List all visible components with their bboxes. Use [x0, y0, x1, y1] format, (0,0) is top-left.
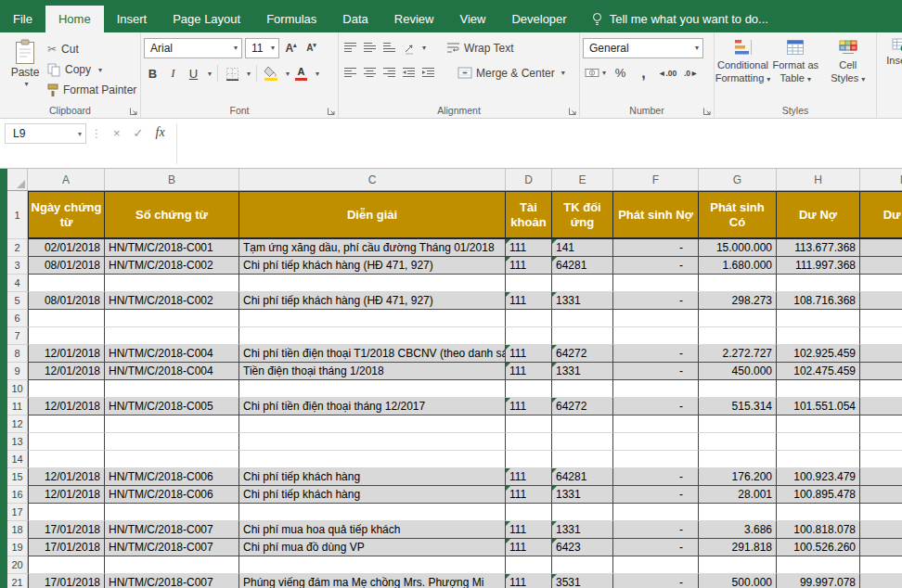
cell-D20[interactable]	[506, 556, 552, 574]
row-header-6[interactable]: 6	[7, 310, 28, 327]
name-box[interactable]: L9 ▾	[5, 123, 86, 144]
font-color-dropdown-icon[interactable]: ▾	[316, 70, 319, 78]
cell-E20[interactable]	[552, 556, 613, 574]
row-header-19[interactable]: 19	[7, 539, 28, 556]
cell-I17[interactable]	[860, 504, 902, 521]
cell-G21[interactable]: 500.000	[699, 574, 777, 588]
row-header-5[interactable]: 5	[7, 292, 28, 310]
cell-E21[interactable]: 3531	[552, 574, 613, 588]
formula-input[interactable]	[176, 123, 902, 164]
row-header-18[interactable]: 18	[7, 521, 28, 539]
cell-H9[interactable]: 102.475.459	[777, 363, 860, 380]
row-header-4[interactable]: 4	[7, 275, 28, 292]
cell-G11[interactable]: 515.314	[699, 398, 777, 415]
cell-G9[interactable]: 450.000	[699, 363, 777, 380]
tab-page-layout[interactable]: Page Layout	[160, 6, 253, 32]
cell-D12[interactable]	[506, 415, 552, 433]
cell-C7[interactable]	[239, 327, 506, 345]
cell-I13[interactable]	[860, 433, 902, 451]
font-size-combo[interactable]: 11 ▾	[245, 38, 279, 58]
cell-A10[interactable]	[28, 380, 105, 398]
cut-button[interactable]: ✂ Cut	[47, 40, 136, 58]
cell-F15[interactable]: -	[613, 468, 699, 486]
cell-I8[interactable]	[860, 345, 902, 363]
header-cell-date[interactable]: Ngày chứng từ	[28, 191, 105, 239]
bottom-align-button[interactable]	[380, 38, 398, 58]
cell-I15[interactable]	[860, 468, 902, 486]
cell-G18[interactable]: 3.686	[699, 521, 777, 539]
cell-A11[interactable]: 12/01/2018	[28, 398, 105, 415]
font-dialog-launcher[interactable]	[327, 107, 336, 116]
cell-E2[interactable]: 141	[552, 239, 613, 257]
column-header-i[interactable]: I	[860, 169, 902, 190]
cell-A4[interactable]	[28, 275, 105, 292]
cell-D8[interactable]: 111	[506, 345, 552, 363]
cell-F14[interactable]	[613, 451, 699, 468]
borders-dropdown-icon[interactable]: ▾	[247, 70, 251, 78]
cell-C13[interactable]	[239, 433, 506, 451]
cell-B13[interactable]	[105, 433, 239, 451]
cell-E4[interactable]	[552, 275, 613, 292]
alignment-dialog-launcher[interactable]	[568, 107, 577, 116]
cell-E16[interactable]: 1331	[552, 486, 613, 504]
cell-G14[interactable]	[699, 451, 777, 468]
cell-B10[interactable]	[105, 380, 239, 398]
cell-A19[interactable]: 17/01/2018	[28, 539, 105, 556]
cell-A13[interactable]	[28, 433, 105, 451]
align-right-button[interactable]	[380, 63, 398, 83]
cell-A3[interactable]: 08/01/2018	[28, 257, 105, 275]
cell-C6[interactable]	[239, 310, 506, 327]
cell-E10[interactable]	[552, 380, 613, 398]
align-center-button[interactable]	[361, 63, 379, 83]
column-header-e[interactable]: E	[552, 169, 613, 190]
cell-E7[interactable]	[552, 327, 613, 345]
insert-cells-button[interactable]: Insert	[880, 36, 902, 103]
middle-align-button[interactable]	[361, 38, 379, 58]
cell-A14[interactable]	[28, 451, 105, 468]
top-align-button[interactable]	[341, 38, 359, 58]
underline-button[interactable]: U	[185, 63, 202, 83]
cell-A8[interactable]: 12/01/2018	[28, 345, 105, 363]
increase-indent-button[interactable]	[419, 63, 437, 83]
paste-button[interactable]: Paste ▾	[3, 35, 47, 103]
cell-B11[interactable]: HN/TM/C/2018-C005	[105, 398, 239, 415]
cell-H12[interactable]	[777, 415, 860, 433]
row-header-14[interactable]: 14	[7, 451, 28, 468]
cell-F18[interactable]: -	[613, 521, 699, 539]
header-cell-balance-debit[interactable]: Dư Nợ	[777, 191, 860, 239]
fill-color-button[interactable]	[263, 63, 280, 83]
cell-F19[interactable]: -	[613, 539, 699, 556]
cancel-icon[interactable]: ×	[113, 126, 121, 140]
cell-A15[interactable]: 12/01/2018	[28, 468, 105, 486]
row-header-13[interactable]: 13	[7, 433, 28, 451]
cell-H20[interactable]	[777, 556, 860, 574]
cell-C3[interactable]: Chi phí tiếp khách hàng (HĐ 471, 927)	[239, 257, 506, 275]
cell-G17[interactable]	[699, 504, 777, 521]
cell-G5[interactable]: 298.273	[699, 292, 777, 310]
cell-B12[interactable]	[105, 415, 239, 433]
cell-F7[interactable]	[613, 327, 699, 345]
cell-A16[interactable]: 12/01/2018	[28, 486, 105, 504]
cell-F10[interactable]	[613, 380, 699, 398]
cell-B21[interactable]: HN/TM/C/2018-C007	[105, 574, 239, 588]
cell-E17[interactable]	[552, 504, 613, 521]
cell-I14[interactable]	[860, 451, 902, 468]
cell-B15[interactable]: HN/TM/C/2018-C006	[105, 468, 239, 486]
cell-B4[interactable]	[105, 275, 239, 292]
row-header-11[interactable]: 11	[7, 398, 28, 415]
cell-H13[interactable]	[777, 433, 860, 451]
cell-E13[interactable]	[552, 433, 613, 451]
decrease-decimal-button[interactable]: .0►	[682, 63, 700, 83]
cell-D6[interactable]	[506, 310, 552, 327]
cell-H19[interactable]: 100.526.260	[777, 539, 860, 556]
cell-F3[interactable]: -	[613, 257, 699, 275]
cell-C9[interactable]: Tiền điện thoại tháng 1/2018	[239, 363, 506, 380]
cell-B5[interactable]: HN/TM/C/2018-C002	[105, 292, 239, 310]
cell-B14[interactable]	[105, 451, 239, 468]
cell-C20[interactable]	[239, 556, 506, 574]
tab-insert[interactable]: Insert	[104, 6, 161, 32]
header-cell-contra[interactable]: TK đối ứng	[552, 191, 613, 239]
cell-G7[interactable]	[699, 327, 777, 345]
cell-H7[interactable]	[777, 327, 860, 345]
column-header-c[interactable]: C	[239, 169, 506, 190]
